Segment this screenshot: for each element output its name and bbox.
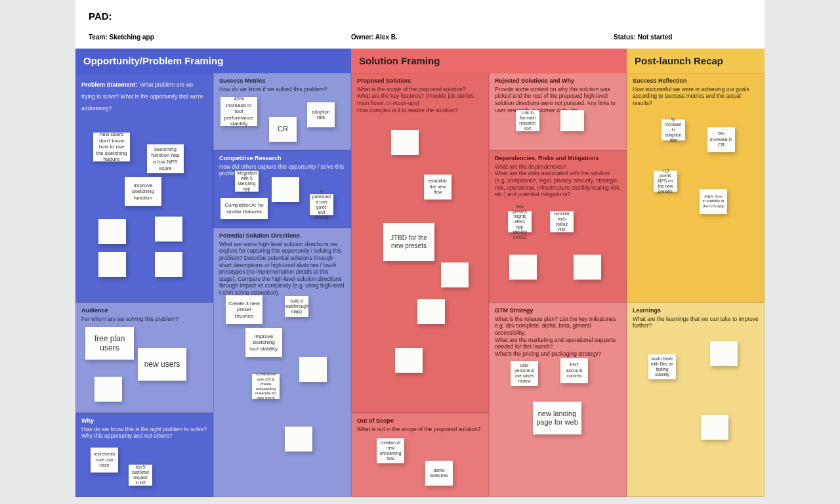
note-research-3[interactable]: Y published a user guide and tutorial — [310, 194, 333, 215]
cell-directions-desc: What are some high-level solution direct… — [219, 241, 345, 297]
cell-audience-desc: For whom are we solving this problem? — [81, 316, 207, 323]
note-blank[interactable] — [509, 255, 537, 280]
cell-rejected-title: Rejected Solutions and Why — [495, 77, 621, 85]
note-blank[interactable] — [395, 348, 423, 373]
meta-team: Team: Sketching app — [89, 33, 351, 41]
col-solution: Solution Framing Proposed Solution: What… — [351, 49, 627, 497]
cell-problem[interactable]: Problem Statement: What problem are we t… — [75, 73, 213, 303]
header: PAD: — [75, 0, 765, 27]
cell-metrics-title: Success Metrics — [219, 77, 345, 85]
note-blank[interactable] — [710, 341, 738, 366]
col-recap: Post-launch Recap Success Reflection How… — [627, 49, 765, 497]
note-blank[interactable] — [272, 177, 299, 202]
cell-why-desc: How do we know this is the right problem… — [81, 426, 207, 440]
col-opportunity-title: Opportunity/Problem Framing — [75, 49, 351, 73]
note-success-2[interactable]: 5% increase in CR — [707, 127, 735, 152]
cell-oos-title: Out of Scope — [357, 417, 483, 425]
note-learn-1[interactable]: work closer with Dev on testing stabilit… — [648, 354, 676, 379]
note-success-3[interactable]: +10 points NPS on the new presets — [654, 171, 677, 192]
cell-deps-title: Dependencies, Risks and Mitigations — [495, 155, 621, 163]
note-gtm-3[interactable]: new landing page for web — [533, 402, 581, 434]
note-metrics-3[interactable]: adoption rate — [307, 102, 335, 127]
note-blank[interactable] — [155, 217, 182, 242]
note-metrics-2[interactable]: CR — [269, 117, 297, 142]
cell-audience[interactable]: Audience For whom are we solving this pr… — [75, 303, 213, 413]
cell-directions[interactable]: Potential Solution Directions What are s… — [213, 228, 351, 497]
pad-canvas: PAD: Team: Sketching app Owner: Alex B. … — [75, 0, 765, 497]
note-research-2[interactable]: Competitor A: no similar features — [220, 198, 268, 219]
cell-audience-title: Audience — [81, 307, 207, 315]
note-blank[interactable] — [417, 299, 445, 324]
cell-directions-title: Potential Solution Directions — [219, 232, 345, 240]
note-blank[interactable] — [701, 415, 728, 440]
cell-deps-desc: What are the dependencies? What are the … — [495, 163, 621, 198]
cell-oos[interactable]: Out of Scope What is not in the scope of… — [351, 413, 489, 497]
note-problem-2[interactable]: sketching function has a low NPS score — [147, 144, 184, 173]
note-deps-1[interactable]: new presets mights affect app stability … — [508, 211, 532, 232]
note-metrics-1[interactable]: 40% increase in tool performance stabili… — [220, 97, 257, 126]
opportunity-body: Problem Statement: What problem are we t… — [75, 73, 351, 497]
cell-why-title: Why — [81, 417, 207, 425]
board: Opportunity/Problem Framing Problem Stat… — [75, 49, 765, 497]
note-proposed-2[interactable]: JTBD for the new presets — [383, 223, 434, 261]
note-audience-1[interactable]: free plan users — [85, 327, 134, 360]
col-recap-title: Post-launch Recap — [627, 49, 765, 73]
col-solution-title: Solution Framing — [351, 49, 627, 73]
note-blank[interactable] — [98, 252, 126, 277]
cell-oos-desc: What is not in the scope of the proposed… — [357, 426, 483, 433]
meta-owner: Owner: Alex B. — [351, 33, 614, 41]
cell-success-desc: How successful we were in achieving our … — [633, 86, 759, 107]
note-blank[interactable] — [299, 357, 327, 382]
note-problem-1[interactable]: new users don't know how to use the sket… — [93, 133, 130, 161]
note-directions-3[interactable]: improve sketching tool stability — [245, 328, 282, 357]
note-blank[interactable] — [441, 262, 469, 287]
note-research-1[interactable]: Integration with X sketching app — [235, 171, 259, 192]
note-deps-2[interactable]: consider web rollout first — [550, 211, 574, 232]
cell-proposed-desc: What is the scope of the proposed soluti… — [357, 86, 483, 114]
cell-rejected-desc: Provide some context on why this solutio… — [495, 86, 621, 114]
cell-metrics-desc: How do we know if we solved this problem… — [219, 86, 345, 93]
cell-success-title: Success Reflection — [633, 77, 759, 85]
pad-title: PAD: — [89, 10, 751, 22]
cell-deps[interactable]: Dependencies, Risks and Mitigations What… — [489, 150, 627, 303]
meta-status: Status: Not started — [614, 33, 751, 41]
note-gtm-1[interactable]: user persona & use cases review — [511, 361, 538, 386]
note-directions-4[interactable]: Collaborate with CX & create onboarding … — [252, 374, 280, 399]
note-gtm-2[interactable]: ENT account comms — [560, 358, 588, 383]
note-directions-1[interactable]: Create 3 new preset brushes — [226, 295, 262, 324]
cell-gtm[interactable]: GTM Strategy What is the release plan? L… — [489, 303, 627, 497]
cell-proposed-title: Proposed Solution: — [357, 77, 483, 85]
note-blank[interactable] — [574, 255, 601, 280]
cell-why[interactable]: Why How do we know this is the right pro… — [75, 413, 213, 497]
note-blank[interactable] — [94, 377, 122, 402]
cell-learn-title: Learnings — [633, 307, 759, 315]
note-oos-1[interactable]: creation of new onboarding flow — [377, 438, 404, 463]
note-blank[interactable] — [98, 219, 126, 244]
note-success-1[interactable]: % increase in adoption rate — [662, 119, 685, 140]
note-why-2[interactable]: top 5 customer request in H2 — [129, 465, 152, 486]
note-why-1[interactable]: represents core use case — [91, 448, 118, 472]
note-blank[interactable] — [285, 427, 312, 452]
note-blank[interactable] — [391, 130, 419, 155]
cell-gtm-title: GTM Strategy — [495, 307, 621, 315]
cell-research-title: Competitive Research — [219, 155, 345, 163]
meta-row: Team: Sketching app Owner: Alex B. Statu… — [75, 27, 765, 49]
note-proposed-1[interactable]: establish the new flow — [424, 175, 452, 200]
note-blank[interactable] — [560, 110, 584, 131]
cell-success[interactable]: Success Reflection How successful we wer… — [627, 73, 765, 303]
cell-research[interactable]: Competitive Research How did others capt… — [213, 150, 351, 228]
cell-learn[interactable]: Learnings What are the learnings that we… — [627, 303, 765, 497]
note-audience-2[interactable]: new users — [138, 348, 186, 381]
cell-gtm-desc: What is the release plan? List the key m… — [495, 316, 621, 358]
note-blank[interactable] — [155, 252, 182, 277]
note-oos-2[interactable]: demo sketches — [425, 461, 453, 486]
cell-proposed[interactable]: Proposed Solution: What is the scope of … — [351, 73, 489, 413]
cell-metrics[interactable]: Success Metrics How do we know if we sol… — [213, 73, 351, 150]
cell-rejected[interactable]: Rejected Solutions and Why Provide some … — [489, 73, 627, 150]
note-directions-2[interactable]: build a walkthrough inapp — [285, 296, 308, 317]
note-success-4[interactable]: slight drop in stability in the iOS app — [700, 189, 727, 214]
col-opportunity: Opportunity/Problem Framing Problem Stat… — [75, 49, 351, 497]
note-rejected-1[interactable]: Link to the main research doc — [516, 110, 539, 131]
cell-learn-desc: What are the learnings that we can take … — [633, 316, 759, 329]
note-problem-3[interactable]: Improve sketching function — [125, 177, 161, 206]
